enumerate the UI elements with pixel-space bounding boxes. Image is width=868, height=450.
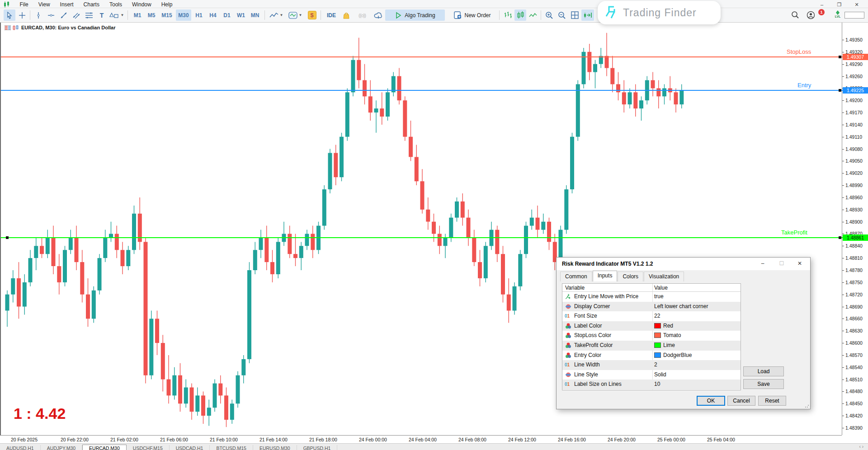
dialog-title-bar[interactable]: Risk Reward Indicator MT5 V1.2 1.2 – ☐ ✕: [557, 258, 810, 270]
time-axis[interactable]: 20 Feb 202520 Feb 22:0021 Feb 02:0021 Fe…: [0, 435, 842, 443]
signals-icon[interactable]: ((o)): [354, 9, 370, 21]
window-minimize-button[interactable]: –: [814, 1, 830, 9]
dialog-tab-colors[interactable]: Colors: [618, 272, 643, 281]
stoploss-line[interactable]: [1, 56, 843, 57]
chart-tab-gbpusd-h1[interactable]: GBPUSD,H1: [297, 445, 338, 450]
chart-tab-audusd-h1[interactable]: AUDUSD,H1: [0, 445, 41, 450]
dialog-minimize-button[interactable]: –: [756, 259, 769, 268]
indicators-icon[interactable]: ▼: [286, 9, 304, 21]
dialog-resize-grip[interactable]: [805, 403, 809, 408]
timeframe-m15[interactable]: M15: [159, 9, 175, 21]
input-row-display-corner[interactable]: Display CornerLeft lower chart corner: [562, 302, 741, 312]
account-icon[interactable]: 1: [807, 11, 815, 19]
input-row-takeprofit-color[interactable]: TakeProfit ColorLime: [562, 341, 741, 351]
inputs-table[interactable]: Variable Value Entry Line Move with Pric…: [562, 283, 741, 390]
dollar-icon[interactable]: $: [306, 9, 318, 21]
new-order-button[interactable]: New Order: [448, 9, 496, 21]
input-row-line-style[interactable]: Line StyleSolid: [562, 370, 741, 380]
variable-value[interactable]: Tomato: [654, 332, 681, 338]
window-close-button[interactable]: ✕: [849, 1, 864, 9]
chart-type-icon[interactable]: ▼: [268, 9, 284, 21]
search-icon[interactable]: [791, 11, 799, 19]
ok-button[interactable]: OK: [697, 396, 725, 406]
input-row-label-color[interactable]: Label ColorRed: [562, 321, 741, 331]
entry-handle[interactable]: [839, 89, 841, 92]
takeprofit-line[interactable]: [1, 237, 843, 238]
dialog-tab-common[interactable]: Common: [560, 272, 592, 281]
menu-item-help[interactable]: Help: [156, 0, 178, 9]
lvl-icon[interactable]: LVL: [833, 10, 843, 18]
algo-trading-button[interactable]: Algo Trading: [385, 9, 445, 21]
ide-icon[interactable]: IDE: [324, 9, 339, 21]
variable-value[interactable]: 22: [654, 313, 660, 319]
variable-value[interactable]: Left lower chart corner: [654, 303, 708, 309]
cloud-icon[interactable]: [372, 9, 385, 21]
variable-value[interactable]: 2: [654, 361, 657, 368]
crosshair-icon[interactable]: [16, 9, 28, 21]
timeframe-m30[interactable]: M30: [176, 9, 191, 21]
one-click-trading-icon[interactable]: [13, 25, 19, 30]
save-button[interactable]: Save: [743, 379, 784, 389]
variable-value[interactable]: Lime: [654, 342, 675, 348]
candles-mode-icon[interactable]: [514, 9, 526, 21]
line-mode-icon[interactable]: [527, 9, 539, 21]
menu-item-window[interactable]: Window: [127, 0, 156, 9]
cancel-button[interactable]: Cancel: [727, 396, 755, 406]
dialog-tab-inputs[interactable]: Inputs: [593, 271, 618, 281]
timeframe-h4[interactable]: H4: [207, 9, 219, 21]
variable-value[interactable]: 10: [654, 381, 660, 387]
load-button[interactable]: Load: [743, 366, 784, 376]
input-row-entry-line-move-with-price[interactable]: Entry Line Move with Pricetrue: [562, 292, 741, 302]
depth-of-market-icon[interactable]: [5, 25, 11, 30]
timeframe-m5[interactable]: M5: [145, 9, 158, 21]
zoom-out-icon[interactable]: [556, 9, 568, 21]
timeframe-w1[interactable]: W1: [235, 9, 247, 21]
timeframe-d1[interactable]: D1: [221, 9, 233, 21]
zoom-in-icon[interactable]: [543, 9, 555, 21]
fibonacci-tool-icon[interactable]: [83, 9, 95, 21]
menu-item-insert[interactable]: Insert: [55, 0, 79, 9]
reset-button[interactable]: Reset: [758, 396, 786, 406]
hline-tool-icon[interactable]: [45, 9, 57, 21]
chart-tab-audjpy-m30[interactable]: AUDJPY,M30: [41, 445, 82, 450]
takeprofit-handle[interactable]: [839, 236, 841, 239]
market-icon[interactable]: [340, 9, 352, 21]
window-restore-button[interactable]: ❐: [832, 1, 847, 9]
channel-tool-icon[interactable]: [71, 9, 82, 21]
tile-windows-icon[interactable]: [569, 9, 580, 21]
variable-value[interactable]: DodgerBlue: [654, 352, 692, 358]
bars-mode-icon[interactable]: [502, 9, 514, 21]
shapes-tool-icon[interactable]: ▼: [108, 9, 125, 21]
variable-value[interactable]: true: [654, 293, 664, 300]
input-row-label-size-on-lines[interactable]: 01Label Size on Lines10: [562, 380, 741, 389]
chart-tab-usdchf-m15[interactable]: USDCHF,M15: [127, 445, 170, 450]
dialog-tab-visualization[interactable]: Visualization: [644, 272, 684, 281]
dialog-maximize-button[interactable]: ☐: [775, 259, 788, 268]
input-row-font-size[interactable]: 01Font Size22: [562, 311, 741, 321]
chart-tab-eurcad-m30[interactable]: EURCAD,M30: [82, 445, 127, 450]
dialog-close-button[interactable]: ✕: [793, 259, 807, 268]
menu-item-tools[interactable]: Tools: [104, 0, 127, 9]
timeframe-h1[interactable]: H1: [193, 9, 205, 21]
input-row-stoploss-color[interactable]: StopLoss ColorTomato: [562, 331, 741, 341]
menu-item-charts[interactable]: Charts: [79, 0, 104, 9]
timeframe-mn[interactable]: MN: [249, 9, 261, 21]
stoploss-handle[interactable]: [839, 56, 841, 58]
vline-tool-icon[interactable]: [33, 9, 44, 21]
shift-end-icon[interactable]: [581, 9, 594, 21]
input-row-entry-color[interactable]: Entry ColorDodgerBlue: [562, 351, 741, 361]
timeframe-m1[interactable]: M1: [131, 9, 144, 21]
trendline-tool-icon[interactable]: [58, 9, 70, 21]
variable-value[interactable]: Solid: [654, 371, 666, 378]
entry-line[interactable]: [1, 90, 843, 91]
input-row-line-width[interactable]: 01Line Width2: [562, 360, 741, 370]
text-tool-icon[interactable]: T: [96, 9, 108, 21]
chart-tab-eurusd-m30[interactable]: EURUSD,M30: [253, 445, 297, 450]
chart-tab-usdcad-h1[interactable]: USDCAD,H1: [170, 445, 210, 450]
variable-value[interactable]: Red: [654, 323, 673, 329]
menu-item-file[interactable]: File: [14, 0, 33, 9]
chart-tab-btcusd-m15[interactable]: BTCUSD,M15: [210, 445, 253, 450]
cursor-icon[interactable]: [4, 9, 15, 21]
takeprofit-handle[interactable]: [6, 236, 9, 239]
menu-item-view[interactable]: View: [33, 0, 55, 9]
